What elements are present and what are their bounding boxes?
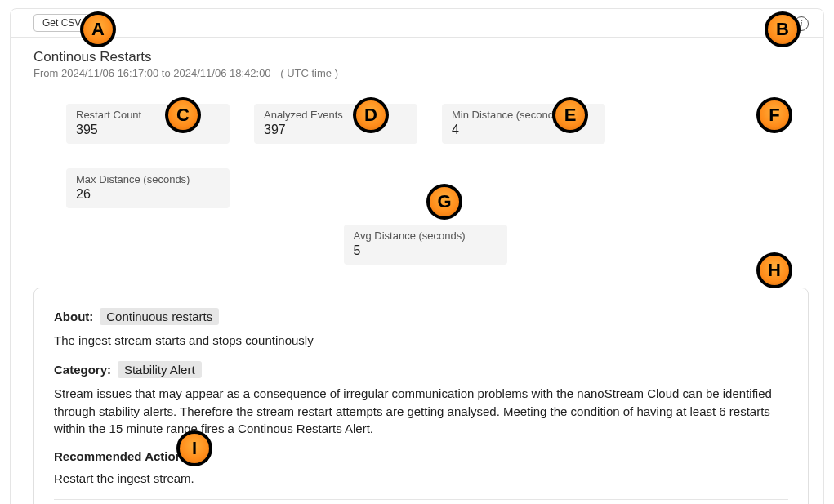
annotation-badge-f: F xyxy=(756,97,792,133)
recommended-label: Recommended Action: xyxy=(54,449,788,463)
category-label: Category: xyxy=(54,363,111,377)
date-range: From 2024/11/06 16:17:00 to 2024/11/06 1… xyxy=(33,67,809,79)
stat-value: 26 xyxy=(76,187,220,202)
stat-max-distance: Max Distance (seconds) 26 xyxy=(66,168,230,208)
date-sep: to xyxy=(158,67,173,79)
date-to: 2024/11/06 18:42:00 xyxy=(173,67,270,79)
page-title: Continous Restarts xyxy=(33,49,809,65)
card-header: Get CSV i xyxy=(11,9,823,38)
annotation-badge-d: D xyxy=(353,97,389,133)
continuous-restarts-card: Get CSV i Continous Restarts From 2024/1… xyxy=(10,8,824,504)
utc-note: ( UTC time ) xyxy=(280,67,338,79)
stat-label: Avg Distance (seconds) xyxy=(354,230,497,242)
annotation-badge-e: E xyxy=(552,97,588,133)
stats-row-2: Avg Distance (seconds) 5 xyxy=(66,225,784,265)
recommended-text: Restart the ingest stream. xyxy=(54,470,788,488)
stat-value: 5 xyxy=(354,243,497,258)
category-tag: Stability Alert xyxy=(118,361,202,378)
about-box: About: Continuous restarts The ingest st… xyxy=(33,288,809,504)
annotation-badge-c: C xyxy=(165,97,201,133)
annotation-badge-h: H xyxy=(756,252,792,288)
stat-analyzed-events: Analyzed Events 397 xyxy=(254,104,417,144)
date-from-prefix: From xyxy=(33,67,61,79)
about-text: The ingest stream starts and stops count… xyxy=(54,332,788,350)
category-section: Category: Stability Alert Stream issues … xyxy=(54,361,788,438)
date-from: 2024/11/06 16:17:00 xyxy=(61,67,158,79)
stat-avg-distance: Avg Distance (seconds) 5 xyxy=(344,225,507,265)
stat-restart-count: Restart Count 395 xyxy=(66,104,230,144)
annotation-badge-g: G xyxy=(426,184,462,220)
annotation-badge-i: I xyxy=(176,430,212,466)
annotation-badge-a: A xyxy=(80,11,116,47)
about-section: About: Continuous restarts The ingest st… xyxy=(54,308,788,350)
about-tag: Continuous restarts xyxy=(100,308,219,325)
stat-label: Max Distance (seconds) xyxy=(76,173,220,185)
annotation-badge-b: B xyxy=(765,11,801,47)
about-label: About: xyxy=(54,310,93,323)
card-body: Continous Restarts From 2024/11/06 16:17… xyxy=(11,38,823,504)
recommended-section: Recommended Action: Restart the ingest s… xyxy=(54,449,788,488)
category-text: Stream issues that may appear as a conse… xyxy=(54,385,788,438)
alert-help-line[interactable]: i Click here to find out when an alert i… xyxy=(54,499,788,504)
